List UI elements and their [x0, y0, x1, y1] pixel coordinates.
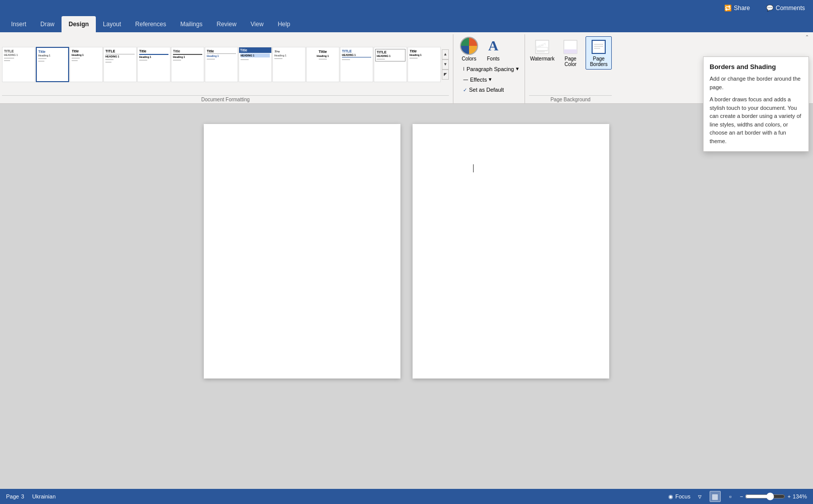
- title-bar: 🔁 Share 💬 Comments: [0, 0, 813, 16]
- language-indicator[interactable]: Ukrainian: [32, 493, 55, 499]
- ribbon: TITLE HEADING 1 ▬▬▬▬▬ ▬▬▬ Title Heading …: [0, 32, 813, 104]
- tab-insert[interactable]: Insert: [4, 16, 33, 32]
- watermark-icon: DRAFT: [534, 39, 550, 55]
- style-centered[interactable]: Title Heading 1 ▬▬▬▬: [306, 47, 339, 82]
- style-black-white-word[interactable]: TITLE HEADING 1 ▬▬▬▬: [374, 47, 407, 82]
- zoom-in-button[interactable]: +: [787, 493, 790, 499]
- style-basic-simple[interactable]: TITLE HEADING 1 ▬▬▬▬ ▬▬▬: [103, 47, 137, 82]
- gallery-scroll-up[interactable]: ▲: [442, 49, 449, 59]
- comments-button[interactable]: 💬 Comments: [762, 3, 809, 14]
- svg-rect-6: [564, 49, 577, 53]
- page-label: Page: [6, 493, 19, 499]
- tab-help[interactable]: Help: [271, 16, 298, 32]
- gallery-scroll: ▲ ▼ ◤: [442, 48, 449, 81]
- style-basic-stylish[interactable]: Title Heading 1 ▬▬▬▬ ▬▬▬: [36, 47, 69, 82]
- borders-shading-tooltip: Borders and Shading Add or change the bo…: [703, 56, 809, 152]
- tooltip-title: Borders and Shading: [710, 63, 802, 71]
- colors-fonts-section: Colors A Fonts ⁞ Paragraph Spacing ▾: [455, 34, 525, 103]
- style-black-white-classic[interactable]: Title Heading 1 ▬▬▬▬: [408, 47, 441, 82]
- style-basic-elegant[interactable]: Title Heading 1 ▬▬▬▬ ▬▬▬: [70, 47, 103, 82]
- share-icon: 🔁: [724, 5, 732, 12]
- comments-icon: 💬: [766, 5, 774, 12]
- tab-layout[interactable]: Layout: [96, 16, 128, 32]
- set-as-default-label: Set as Default: [469, 87, 504, 93]
- effects-button[interactable]: ⸻ Effects ▾: [459, 75, 522, 84]
- view-web-button[interactable]: ▫: [725, 491, 736, 502]
- style-gallery: TITLE HEADING 1 ▬▬▬▬▬ ▬▬▬ Title Heading …: [2, 47, 441, 82]
- comments-label: Comments: [776, 5, 805, 12]
- share-label: Share: [734, 5, 750, 12]
- watermark-button[interactable]: DRAFT Watermark: [529, 36, 555, 64]
- view-read-button[interactable]: ▿: [694, 491, 706, 502]
- tab-mailings[interactable]: Mailings: [173, 16, 209, 32]
- focus-icon: ◉: [668, 493, 673, 500]
- gallery-expand[interactable]: ◤: [442, 70, 449, 80]
- page-borders-icon: [591, 39, 607, 55]
- page-color-icon: [562, 39, 578, 55]
- effects-icon: ⸻: [463, 77, 468, 82]
- style-lines-distinctive[interactable]: Title Heading 1 ▬▬▬▬: [205, 47, 238, 82]
- svg-rect-7: [592, 40, 605, 53]
- doc-format-label: Document Formatting: [2, 95, 449, 103]
- status-bar: Page 3 Ukrainian ◉ Focus ▿ ▦ ▫ − + 134%: [0, 489, 813, 504]
- tab-design[interactable]: Design: [62, 16, 96, 32]
- effects-label: Effects: [470, 77, 487, 83]
- page-borders-label: Page Borders: [590, 56, 608, 67]
- ribbon-collapse-button[interactable]: ⌃: [803, 33, 811, 41]
- language-label: Ukrainian: [32, 493, 55, 499]
- share-button[interactable]: 🔁 Share: [720, 3, 754, 14]
- style-shaded[interactable]: Title HEADING 1 ▬▬▬▬: [239, 47, 272, 82]
- tab-draw[interactable]: Draw: [33, 16, 62, 32]
- tab-references[interactable]: References: [128, 16, 173, 32]
- tooltip-line2: A border draws focus and adds a stylish …: [710, 95, 802, 145]
- page-number: 3: [21, 493, 24, 499]
- fonts-label: Fonts: [487, 56, 499, 61]
- focus-button[interactable]: ◉ Focus: [668, 493, 690, 500]
- style-lines-stylish[interactable]: Title Heading 1 ▬▬▬▬: [171, 47, 204, 82]
- focus-label: Focus: [675, 493, 690, 499]
- page-color-label: Page Color: [564, 56, 576, 67]
- document-formatting-section: TITLE HEADING 1 ▬▬▬▬▬ ▬▬▬ Title Heading …: [2, 34, 453, 103]
- set-default-icon: ✓: [463, 87, 467, 93]
- watermark-label: Watermark: [530, 56, 555, 61]
- tab-review[interactable]: Review: [209, 16, 243, 32]
- style-default[interactable]: TITLE HEADING 1 ▬▬▬▬▬ ▬▬▬: [2, 47, 35, 82]
- tab-view[interactable]: View: [244, 16, 271, 32]
- colors-label: Colors: [462, 56, 477, 61]
- page-background-section: DRAFT Watermark: [527, 34, 614, 103]
- gallery-scroll-down[interactable]: ▼: [442, 59, 449, 70]
- style-minimalist[interactable]: TITLE HEADING 1 ▬▬▬▬: [340, 47, 373, 82]
- zoom-control: − + 134%: [740, 492, 807, 500]
- svg-rect-2: [537, 47, 548, 50]
- page-borders-button[interactable]: Page Borders: [586, 36, 612, 70]
- zoom-slider[interactable]: [745, 492, 785, 500]
- paragraph-spacing-dropdown-icon: ▾: [516, 66, 519, 72]
- fonts-button[interactable]: A Fonts: [482, 34, 505, 64]
- page-count: Page 3: [6, 493, 24, 499]
- fonts-icon: A: [484, 37, 502, 55]
- zoom-out-button[interactable]: −: [740, 493, 743, 499]
- colors-icon: [460, 37, 478, 55]
- tooltip-line1: Add or change the border around the page…: [710, 75, 802, 91]
- page-background-label: Page Background: [529, 95, 612, 103]
- zoom-value: 134%: [793, 493, 807, 499]
- title-bar-actions: 🔁 Share 💬 Comments: [720, 3, 809, 14]
- main-canvas-area: [0, 104, 813, 504]
- paragraph-spacing-icon: ⁞: [463, 66, 464, 72]
- colors-button[interactable]: Colors: [457, 34, 481, 64]
- status-right-group: ◉ Focus ▿ ▦ ▫ − + 134%: [668, 491, 807, 502]
- page-canvas-1[interactable]: [204, 124, 400, 379]
- text-cursor: [473, 164, 474, 172]
- paragraph-spacing-label: Paragraph Spacing: [467, 66, 514, 72]
- tab-bar: Insert Draw Design Layout References Mai…: [0, 16, 813, 32]
- page-canvas-2[interactable]: [413, 124, 609, 379]
- set-as-default-button[interactable]: ✓ Set as Default: [459, 85, 522, 94]
- effects-dropdown-icon: ▾: [489, 76, 492, 83]
- page-color-button[interactable]: Page Color: [557, 36, 584, 70]
- style-word[interactable]: Tru Heading 1 ▬▬▬▬: [272, 47, 306, 82]
- view-print-button[interactable]: ▦: [710, 491, 721, 502]
- paragraph-spacing-button[interactable]: ⁞ Paragraph Spacing ▾: [459, 64, 522, 74]
- style-lines-simple[interactable]: Title Heading 1 ▬▬▬▬: [137, 47, 170, 82]
